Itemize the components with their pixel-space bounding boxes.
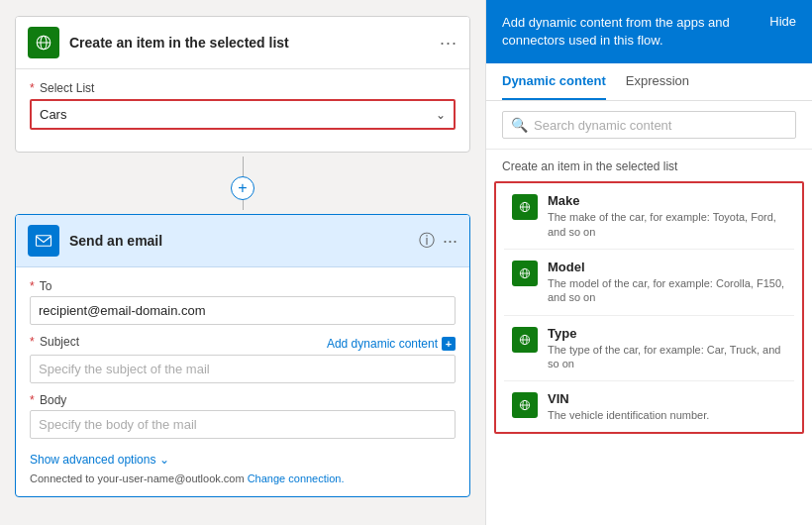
send-email-card: Send an email ⓘ ··· * To * xyxy=(15,214,470,497)
step-connector: + xyxy=(231,157,254,210)
make-name: Make xyxy=(548,193,786,208)
tab-dynamic-content[interactable]: Dynamic content xyxy=(502,63,606,100)
model-content: Model The model of the car, for example:… xyxy=(548,260,786,305)
subject-field-group: * Subject Add dynamic content + xyxy=(30,335,456,383)
add-step-button[interactable]: + xyxy=(231,176,254,200)
subject-label: * Subject xyxy=(30,335,79,349)
send-email-card-body: * To * Subject Add dynamic content xyxy=(16,267,469,496)
main-container: Create an item in the selected list ··· … xyxy=(0,0,812,525)
tabs-row: Dynamic content Expression xyxy=(486,63,812,101)
type-name: Type xyxy=(548,326,786,341)
body-label: * Body xyxy=(30,393,456,407)
add-dynamic-content-button[interactable]: Add dynamic content + xyxy=(327,337,456,351)
tab-expression[interactable]: Expression xyxy=(626,63,689,100)
section-title: Create an item in the selected list xyxy=(486,150,812,177)
select-list-dropdown[interactable]: Cars ⌄ xyxy=(30,99,456,130)
body-field-group: * Body xyxy=(30,393,456,439)
body-required: * xyxy=(30,393,35,407)
make-description: The make of the car, for example: Toyota… xyxy=(548,210,786,239)
connected-info: Connected to your-user-name@outlook.com … xyxy=(30,472,456,484)
dynamic-item-vin[interactable]: VIN The vehicle identification number. xyxy=(504,381,794,432)
panel-header-text: Add dynamic content from the apps and co… xyxy=(502,14,769,50)
model-description: The model of the car, for example: Corol… xyxy=(548,276,786,305)
search-input[interactable] xyxy=(534,118,787,133)
vin-content: VIN The vehicle identification number. xyxy=(548,391,709,422)
select-list-required: * xyxy=(30,81,35,95)
type-icon-box xyxy=(512,327,538,353)
search-icon: 🔍 xyxy=(511,117,528,133)
connected-label: Connected to your-user-name@outlook.com xyxy=(30,472,245,484)
chevron-down-icon: ⌄ xyxy=(436,108,446,122)
make-sharepoint-icon xyxy=(518,200,532,214)
create-item-card-header: Create an item in the selected list ··· xyxy=(16,17,469,69)
subject-required: * xyxy=(30,335,35,349)
to-field-group: * To xyxy=(30,279,456,325)
vin-description: The vehicle identification number. xyxy=(548,408,709,422)
hide-panel-button[interactable]: Hide xyxy=(769,14,796,29)
info-icon[interactable]: ⓘ xyxy=(419,231,435,252)
type-description: The type of the car, for example: Car, T… xyxy=(548,343,786,371)
search-input-wrap: 🔍 xyxy=(502,111,796,139)
plus-icon: + xyxy=(238,179,247,197)
outlook-icon xyxy=(35,232,52,250)
select-list-group: * Select List Cars ⌄ xyxy=(30,81,456,130)
subject-row: * Subject Add dynamic content + xyxy=(30,335,456,352)
make-icon-box xyxy=(512,194,538,220)
make-content: Make The make of the car, for example: T… xyxy=(548,193,786,239)
vin-sharepoint-icon xyxy=(518,398,532,412)
send-email-title: Send an email xyxy=(69,233,419,249)
to-input[interactable] xyxy=(30,296,456,325)
create-item-card: Create an item in the selected list ··· … xyxy=(15,16,470,153)
connector-line-bottom xyxy=(243,200,244,210)
show-advanced-label: Show advanced options xyxy=(30,453,155,467)
search-box: 🔍 xyxy=(486,101,812,150)
sharepoint-icon-box xyxy=(28,27,59,58)
send-email-more-button[interactable]: ··· xyxy=(443,231,457,252)
dynamic-item-make[interactable]: Make The make of the car, for example: T… xyxy=(504,183,794,250)
plus-badge-icon: + xyxy=(442,337,456,351)
connector-line-top xyxy=(243,157,244,176)
create-item-more-button[interactable]: ··· xyxy=(440,33,457,53)
send-email-card-header: Send an email ⓘ ··· xyxy=(16,215,469,267)
vin-icon-box xyxy=(512,392,538,418)
create-item-title: Create an item in the selected list xyxy=(69,35,440,51)
outlook-icon-box xyxy=(28,225,59,257)
dynamic-item-model[interactable]: Model The model of the car, for example:… xyxy=(504,250,794,316)
create-item-card-body: * Select List Cars ⌄ xyxy=(16,69,469,152)
dynamic-item-type[interactable]: Type The type of the car, for example: C… xyxy=(504,316,794,382)
show-advanced-button[interactable]: Show advanced options ⌄ xyxy=(30,453,169,467)
to-required: * xyxy=(30,279,35,293)
left-panel: Create an item in the selected list ··· … xyxy=(0,0,485,525)
change-connection-link[interactable]: Change connection. xyxy=(248,472,345,484)
body-input[interactable] xyxy=(30,410,456,439)
subject-input[interactable] xyxy=(30,355,456,383)
dynamic-items-list: Make The make of the car, for example: T… xyxy=(494,181,804,434)
add-dynamic-label: Add dynamic content xyxy=(327,337,438,351)
select-list-label: * Select List xyxy=(30,81,456,95)
dynamic-content-panel-header: Add dynamic content from the apps and co… xyxy=(486,0,812,63)
select-list-value: Cars xyxy=(40,107,66,122)
type-content: Type The type of the car, for example: C… xyxy=(548,326,786,371)
to-label: * To xyxy=(30,279,456,293)
type-sharepoint-icon xyxy=(518,333,532,347)
model-icon-box xyxy=(512,261,538,286)
model-sharepoint-icon xyxy=(518,266,532,280)
right-panel: Add dynamic content from the apps and co… xyxy=(485,0,812,525)
vin-name: VIN xyxy=(548,391,709,406)
chevron-down-icon: ⌄ xyxy=(159,453,169,467)
model-name: Model xyxy=(548,260,786,274)
sharepoint-icon xyxy=(35,34,52,52)
svg-rect-3 xyxy=(37,236,51,247)
